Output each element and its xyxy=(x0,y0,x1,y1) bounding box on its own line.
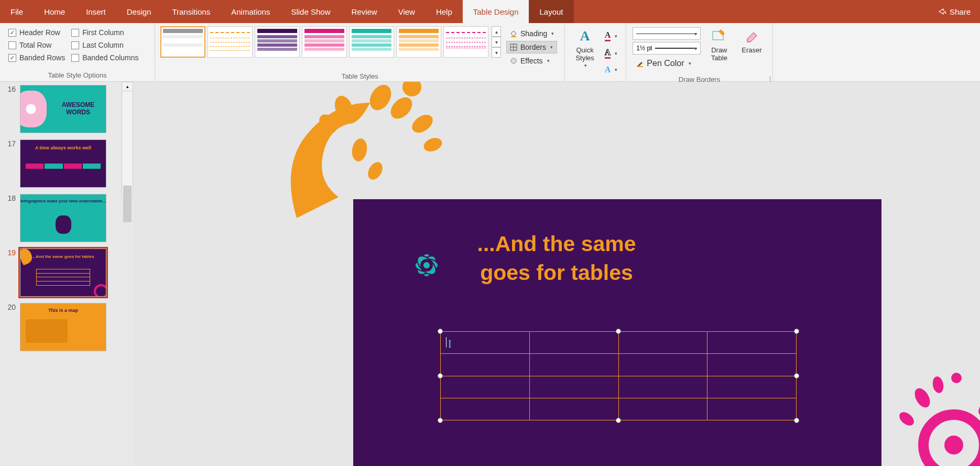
shading-button[interactable]: Shading▾ xyxy=(506,27,557,40)
table-style-6[interactable] xyxy=(396,26,441,58)
group-wordart-styles: A Quick Styles ▾ A▾ A▾ A▾ WordArt Styles xyxy=(565,23,626,81)
check-header-row[interactable]: ✓Header Row xyxy=(5,26,68,39)
text-fill-button[interactable]: A▾ xyxy=(602,28,621,44)
selection-handle[interactable] xyxy=(794,418,799,423)
tab-animations[interactable]: Animations xyxy=(221,0,280,23)
eraser-label: Eraser xyxy=(742,46,761,54)
check-total-row[interactable]: Total Row xyxy=(5,39,68,51)
draw-table-icon xyxy=(710,27,728,45)
chevron-down-icon: ▾ xyxy=(550,45,553,50)
label-banded-rows: Banded Rows xyxy=(19,53,65,62)
checkbox-icon: ✓ xyxy=(8,54,16,62)
draw-table-button[interactable]: Draw Table xyxy=(705,26,733,63)
tab-home[interactable]: Home xyxy=(34,0,75,23)
text-effects-button[interactable]: A▾ xyxy=(602,63,621,77)
scroll-up-button[interactable]: ▴ xyxy=(122,82,133,91)
tab-slide-show[interactable]: Slide Show xyxy=(280,0,341,23)
table-style-7[interactable] xyxy=(443,26,488,58)
checkbox-icon xyxy=(8,41,16,49)
selection-handle[interactable] xyxy=(616,418,621,423)
label-banded-columns: Banded Columns xyxy=(82,53,138,62)
eraser-icon xyxy=(743,27,761,45)
thumbnail-17[interactable]: 17 A time always works well xyxy=(0,136,133,191)
text-outline-icon: A xyxy=(605,48,611,59)
ribbon-tabs: File Home Insert Design Transitions Anim… xyxy=(0,0,980,23)
chevron-down-icon: ▾ xyxy=(615,67,617,72)
svg-point-28 xyxy=(897,409,916,428)
selection-handle[interactable] xyxy=(438,373,443,378)
label-total-row: Total Row xyxy=(19,41,51,49)
share-icon xyxy=(938,7,946,16)
thumb-number: 16 xyxy=(4,85,16,93)
chevron-down-icon: ▾ xyxy=(615,51,617,56)
tab-file[interactable]: File xyxy=(0,0,34,23)
checkbox-icon xyxy=(71,54,79,62)
pen-weight-select[interactable]: 1½ pt xyxy=(633,42,701,55)
scroll-track[interactable] xyxy=(122,91,133,196)
check-banded-rows[interactable]: ✓Banded Rows xyxy=(5,51,68,64)
table-style-1[interactable] xyxy=(160,26,205,58)
thumbnail-panel: ▴ 16 AWESOME WORDS 17 A time always work… xyxy=(0,82,133,466)
flourish-decoration xyxy=(276,82,454,229)
table-style-5[interactable] xyxy=(349,26,394,58)
thumbnail-scrollbar: ▴ xyxy=(122,82,133,208)
selection-handle[interactable] xyxy=(438,418,443,423)
quick-styles-button[interactable]: A Quick Styles ▾ xyxy=(570,26,599,69)
check-banded-columns[interactable]: Banded Columns xyxy=(68,51,141,64)
checkbox-icon xyxy=(71,29,79,37)
slide-editor[interactable]: ...And the samegoes for tables I xyxy=(133,82,980,466)
tab-design[interactable]: Design xyxy=(116,0,162,23)
text-cursor xyxy=(446,337,447,348)
tab-layout[interactable]: Layout xyxy=(529,0,573,23)
thumbnail-19[interactable]: 19 ...And the same goes for tables xyxy=(0,245,133,300)
selection-handle[interactable] xyxy=(794,329,799,334)
tab-view[interactable]: View xyxy=(388,0,426,23)
selection-handle[interactable] xyxy=(794,373,799,378)
gallery-scroll-up[interactable]: ▴ xyxy=(492,26,501,37)
effects-label: Effects xyxy=(520,57,543,65)
scroll-handle[interactable] xyxy=(123,186,132,222)
tab-review[interactable]: Review xyxy=(341,0,387,23)
pen-style-select[interactable] xyxy=(633,27,701,40)
table-style-3[interactable] xyxy=(255,26,300,58)
gallery-scroll: ▴ ▾ ▾ xyxy=(492,26,501,58)
text-outline-button[interactable]: A▾ xyxy=(602,46,621,61)
pen-color-button[interactable]: Pen Color▾ xyxy=(633,57,701,70)
tab-table-design[interactable]: Table Design xyxy=(463,0,529,23)
chevron-down-icon: ▾ xyxy=(584,63,587,68)
gallery-scroll-down[interactable]: ▾ xyxy=(492,37,501,47)
gallery-more[interactable]: ▾ xyxy=(492,47,501,58)
group-table-styles: ▴ ▾ ▾ Shading▾ Borders▾ Effects▾ xyxy=(155,23,565,81)
thumbnail-20[interactable]: 20 This is a map xyxy=(0,300,133,354)
borders-button[interactable]: Borders▾ xyxy=(506,41,557,53)
tab-insert[interactable]: Insert xyxy=(75,0,116,23)
bucket-icon xyxy=(509,29,518,38)
thumb-preview: Infographics make your idea understable.… xyxy=(20,194,106,242)
selection-handle[interactable] xyxy=(616,329,621,334)
check-last-column[interactable]: Last Column xyxy=(68,39,141,51)
thumbnail-16[interactable]: 16 AWESOME WORDS xyxy=(0,82,133,136)
quick-styles-icon: A xyxy=(576,27,594,45)
selection-handle[interactable] xyxy=(438,329,443,334)
shading-label: Shading xyxy=(520,29,547,38)
thumbnail-18[interactable]: 18 Infographics make your idea understab… xyxy=(0,191,133,245)
slide-table[interactable]: I xyxy=(440,331,797,420)
eraser-button[interactable]: Eraser xyxy=(736,26,767,55)
chevron-down-icon: ▾ xyxy=(551,31,554,36)
effects-icon xyxy=(509,57,518,65)
table-style-2[interactable] xyxy=(208,26,253,58)
pen-color-label: Pen Color xyxy=(647,59,684,68)
svg-point-29 xyxy=(976,398,980,418)
table-styles-gallery: ▴ ▾ ▾ xyxy=(160,26,501,58)
tab-help[interactable]: Help xyxy=(426,0,463,23)
svg-rect-0 xyxy=(511,36,516,37)
share-button[interactable]: Share xyxy=(929,0,980,23)
svg-point-4 xyxy=(511,58,516,63)
thumb-preview: A time always works well xyxy=(20,139,106,188)
tab-transitions[interactable]: Transitions xyxy=(161,0,221,23)
check-first-column[interactable]: First Column xyxy=(68,26,141,39)
thumb-number: 20 xyxy=(4,303,16,311)
slide-table-selected[interactable]: I xyxy=(440,331,797,420)
table-style-4[interactable] xyxy=(302,26,347,58)
effects-button[interactable]: Effects▾ xyxy=(506,55,557,67)
